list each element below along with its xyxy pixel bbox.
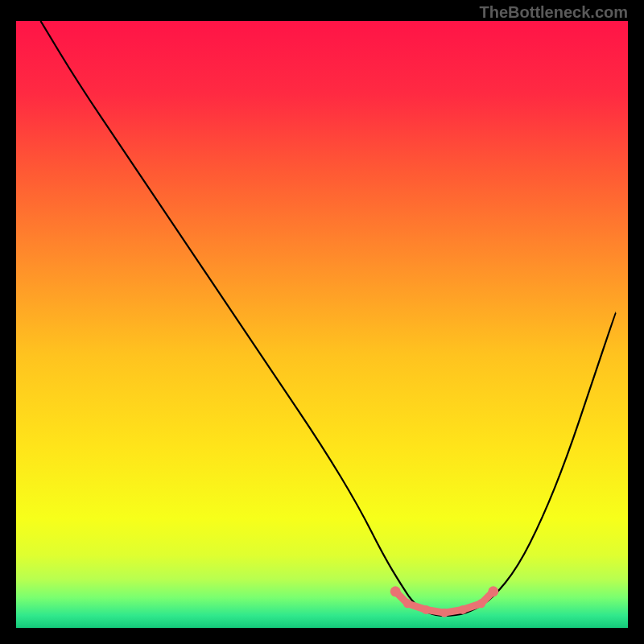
plot-area (16, 21, 628, 628)
optimal-band-dot (477, 599, 485, 608)
chart-svg (16, 21, 628, 628)
optimal-band-dot (390, 586, 401, 597)
optimal-band-dot (403, 599, 412, 608)
chart-container: TheBottleneck.com (0, 0, 644, 644)
optimal-band-dot (440, 609, 449, 617)
optimal-band-dot (488, 586, 498, 597)
watermark-text: TheBottleneck.com (480, 3, 628, 22)
optimal-band-dot (458, 605, 467, 614)
optimal-band-dot (422, 605, 431, 614)
gradient-background (16, 21, 628, 628)
